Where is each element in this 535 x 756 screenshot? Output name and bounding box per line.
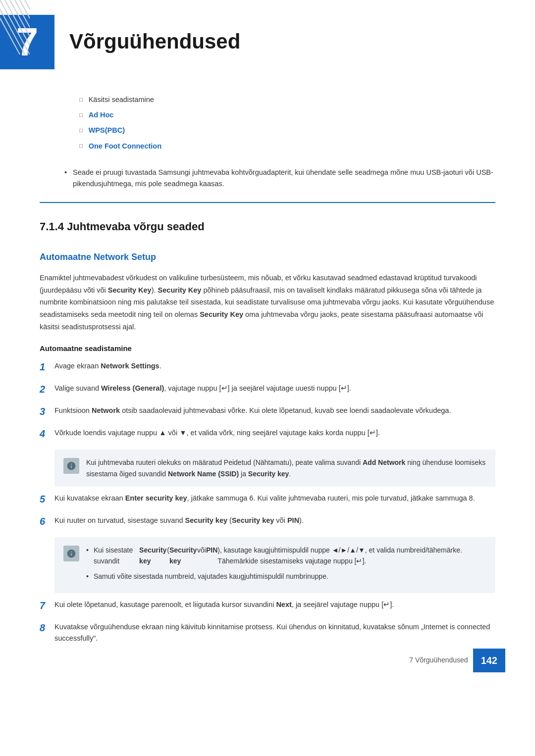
step-8: 8 Kuvatakse võrguühenduse ekraan ning kä…: [40, 621, 495, 644]
note-content-2: Kui sisestate suvandit Security key (Sec…: [86, 545, 486, 586]
step-1: 1 Avage ekraan Network Settings.: [40, 360, 495, 375]
diagonal-decoration: [0, 0, 30, 54]
body-text-1: Enamiktel juhtmevabadest võrkudest on va…: [40, 272, 495, 333]
step-3: 3 Funktsioon Network otsib saadaolevaid …: [40, 405, 495, 419]
note-icon-1: [63, 458, 79, 474]
content-area: Käsitsi seadistamine Ad Hoc WPS(PBC) One…: [0, 79, 535, 682]
toc-item-1: Käsitsi seadistamine: [79, 94, 495, 105]
note-content-1: Kui juhtmevaba ruuteri olekuks on määrat…: [86, 457, 486, 479]
note-bullet-list: Kui sisestate suvandit Security key (Sec…: [86, 545, 486, 582]
svg-line-1: [5, 0, 30, 54]
footer-chapter-label: 7 Võrguühendused: [409, 655, 468, 665]
toc-item-2: Ad Hoc: [79, 109, 495, 121]
chapter-title: Võrguühendused: [69, 15, 240, 58]
subsection-heading-auto-network: Automaatne Network Setup: [40, 250, 495, 264]
toc-item-3: WPS(PBC): [79, 125, 495, 136]
step-5: 5 Kui kuvatakse ekraan Enter security ke…: [40, 493, 495, 507]
note-box-1: Kui juhtmevaba ruuteri olekuks on määrat…: [54, 450, 495, 487]
step-7: 7 Kui olete lõpetanud, kasutage parenool…: [40, 599, 495, 613]
section-heading-714: 7.1.4 Juhtmevaba võrgu seaded: [40, 218, 495, 238]
note-bullet-2: Samuti võite sisestada numbreid, vajutad…: [86, 571, 486, 582]
svg-line-6: [0, 0, 25, 54]
usb-note: Seade ei pruugi tuvastada Samsungi juhtm…: [64, 167, 495, 190]
numbered-steps: 1 Avage ekraan Network Settings. 2 Valig…: [40, 360, 495, 644]
step-4: 4 Võrkude loendis vajutage nuppu ▲ või ▼…: [40, 427, 495, 442]
toc-item-4: One Foot Connection: [79, 141, 495, 152]
chapter-header: 7 Võrguühendused: [0, 0, 535, 79]
page-footer: 7 Võrguühendused 142: [409, 649, 505, 672]
toc-list: Käsitsi seadistamine Ad Hoc WPS(PBC) One…: [79, 94, 495, 152]
note-box-2: Kui sisestate suvandit Security key (Sec…: [54, 537, 495, 593]
auto-setup-heading: Automaatne seadistamine: [40, 343, 495, 354]
footer-page-number: 142: [473, 649, 505, 672]
step-2: 2 Valige suvand Wireless (General), vaju…: [40, 383, 495, 397]
note-bullet-1: Kui sisestate suvandit Security key (Sec…: [86, 545, 486, 567]
note-icon-2: [63, 546, 79, 561]
section-divider: [40, 202, 495, 203]
page-container: 7 Võrguühendused Käsitsi seadistamine Ad…: [0, 0, 535, 682]
step-6: 6 Kui ruuter on turvatud, sisestage suva…: [40, 515, 495, 529]
svg-line-3: [15, 0, 30, 54]
